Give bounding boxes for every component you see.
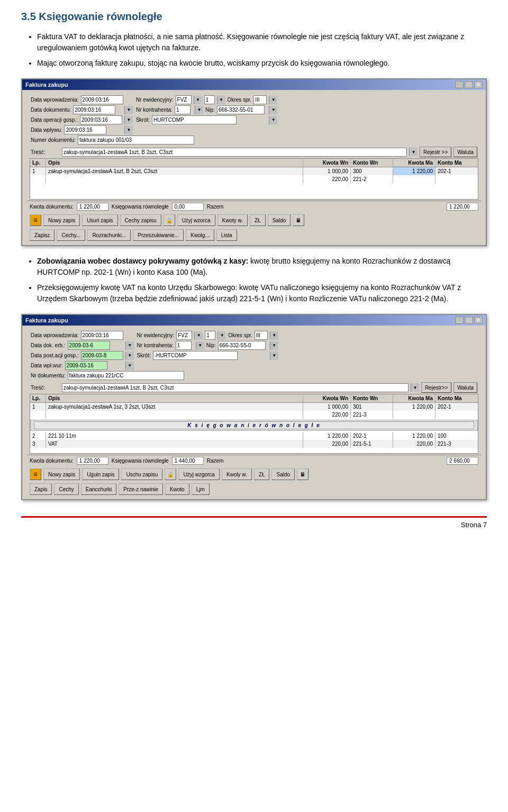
w2-ljm-btn[interactable]: Ljm	[192, 483, 210, 495]
lista-btn[interactable]: Lista	[216, 229, 237, 241]
w2-waluta-button[interactable]: Waluta	[453, 382, 477, 393]
w2-uzyz-wzorca-btn[interactable]: Użyj wzgorca	[178, 468, 219, 480]
nr-ewid-num-dropdown[interactable]: ▼	[217, 96, 225, 104]
rozrachunki-btn[interactable]: Rozrachunki...	[87, 229, 131, 241]
w2-rejestr-button[interactable]: Rejestr>>	[421, 382, 451, 393]
tresc-dropdown[interactable]: ▼	[409, 148, 418, 156]
nip-dropdown[interactable]: ▼	[269, 106, 277, 114]
saldo-btn[interactable]: Saldo	[268, 214, 291, 226]
w2-zl-btn[interactable]: ZŁ	[254, 468, 270, 480]
data-dokumentu-input[interactable]	[73, 105, 115, 114]
data-wplywu-input[interactable]	[64, 125, 106, 134]
nr-ewid-arrow-input[interactable]	[204, 95, 215, 104]
nr-kontrahenta-label: Nr kontrahenta:	[136, 107, 173, 113]
calc-btn[interactable]: 🖩	[293, 214, 304, 226]
w2-saldo-btn[interactable]: Saldo	[271, 468, 295, 480]
nr-ewid-prefix-input[interactable]	[176, 95, 192, 104]
rejestr-button[interactable]: Rejestr >>	[420, 147, 451, 157]
zapisz-btn[interactable]: Zapisz	[30, 229, 55, 241]
minimize-btn[interactable]: _	[455, 81, 464, 88]
td-opis	[46, 175, 303, 183]
w2-kwoty-w-btn[interactable]: Kwoly w.	[222, 468, 252, 480]
w2-td-konto-ma-2	[436, 411, 478, 419]
w2-nr-ewid-num-dropdown[interactable]: ▼	[217, 331, 226, 340]
w2-nowy-zapis-btn[interactable]: Nowy zapis	[43, 468, 80, 480]
nowy-zapis-btn[interactable]: Nowy zapis	[43, 214, 80, 226]
w2-nr-ewid-input[interactable]	[176, 331, 192, 340]
table-spacer	[30, 183, 478, 199]
okres-dropdown[interactable]: ▼	[269, 96, 277, 104]
w2-data-wplywu-label: Data wpł.wur:	[31, 363, 63, 368]
w2-nr-ewid-dropdown[interactable]: ▼	[194, 331, 203, 340]
skrot-input[interactable]	[152, 115, 237, 124]
close-btn-2[interactable]: ✕	[474, 317, 483, 324]
cechy-btn[interactable]: Cechy...	[57, 229, 85, 241]
w2-lock-btn[interactable]: 🔒	[165, 468, 176, 480]
w2-eancchurki-btn[interactable]: Eancchurki	[81, 483, 116, 495]
w2-data-wplywu-input[interactable]	[65, 361, 107, 370]
w2-skrot-label: Skrót:	[137, 353, 151, 358]
w2-prze-z-nawinie-btn[interactable]: Prze-z nawinie	[119, 483, 163, 495]
w2-okres-dropdown[interactable]: ▼	[270, 331, 278, 340]
w2-cechy-btn[interactable]: Cechy	[54, 483, 78, 495]
w2-uschu-zapisu-btn[interactable]: Uschu zapisu	[121, 468, 162, 480]
w2-ksieg-status-label: Księgowania równoległe	[112, 458, 169, 464]
cechy-zapisu-btn[interactable]: Cechy zapisu	[120, 214, 161, 226]
nr-ewid-dropdown[interactable]: ▼	[194, 96, 202, 104]
data-operacji-dropdown[interactable]: ▼	[124, 116, 133, 124]
zl-btn[interactable]: ZŁ	[250, 214, 266, 226]
w2-skrot-dropdown[interactable]: ▼	[270, 351, 278, 360]
skrot-dropdown[interactable]: ▼	[269, 116, 277, 124]
w2-kwoto-btn[interactable]: Kwoto	[165, 483, 189, 495]
numer-dok-input[interactable]	[78, 136, 194, 145]
w2-numer-dok-input[interactable]	[68, 371, 184, 380]
data-wprowadzenia-label: Data wprowadzenia:	[31, 97, 79, 103]
w2-nr-ewid-num-input[interactable]	[205, 331, 215, 340]
w2-uguin-zapis-btn[interactable]: Uguin zapis	[82, 468, 119, 480]
usun-zapis-btn[interactable]: Usuń zapis	[82, 214, 117, 226]
data-wprowadzenia-input[interactable]	[81, 95, 123, 104]
w2-razem-value: 1 440,00	[172, 457, 204, 465]
td-konto-ma	[436, 175, 478, 183]
nr-kontrahenta-input[interactable]	[175, 105, 190, 114]
w2-data-wplywu-dropdown[interactable]: ▼	[125, 362, 134, 370]
w2-icon-btn-1[interactable]: ≡	[30, 468, 41, 480]
lock-btn[interactable]: 🔒	[164, 214, 175, 226]
th-kwota-wn: Kwota Wn	[303, 159, 351, 167]
td-konto-wn: 221-2	[351, 175, 393, 183]
przeszukiwanie-btn[interactable]: Przeszukiwanie...	[133, 229, 184, 241]
tresc-input[interactable]	[62, 148, 407, 157]
w2-skrot-input[interactable]	[153, 351, 238, 360]
data-wplywu-dropdown[interactable]: ▼	[124, 126, 133, 134]
w2-data-operacji-dropdown[interactable]: ▼	[125, 351, 134, 360]
waluta-button[interactable]: Waluta	[453, 147, 477, 157]
w2-nip-dropdown[interactable]: ▼	[270, 341, 278, 350]
close-btn[interactable]: ✕	[474, 81, 483, 88]
data-dokumentu-dropdown[interactable]: ▼	[124, 106, 133, 114]
data-operacji-input[interactable]	[80, 115, 122, 124]
kwoty-w-btn[interactable]: Kwoty w.	[217, 214, 248, 226]
okres-input[interactable]	[253, 95, 267, 104]
w2-zapis-btn[interactable]: Zapis	[30, 483, 52, 495]
maximize-btn[interactable]: □	[465, 81, 473, 88]
w2-data-dokumentu-input[interactable]	[68, 341, 110, 350]
w2-data-wprowadzenia-input[interactable]	[81, 331, 123, 340]
w2-nr-kontrahenta-dropdown[interactable]: ▼	[196, 341, 204, 350]
nr-kontrahenta-dropdown[interactable]: ▼	[195, 106, 203, 114]
minimize-btn-2[interactable]: _	[455, 317, 464, 324]
w2-tresc-input[interactable]	[62, 383, 409, 392]
w2-data-operacji-input[interactable]	[81, 351, 123, 360]
maximize-btn-2[interactable]: □	[465, 317, 473, 324]
icon-btn-1[interactable]: ≡	[30, 214, 41, 226]
window-2-status: Kwota dokumentu: 1 220,00 Księgowania ró…	[26, 455, 482, 466]
nip-input[interactable]	[217, 105, 265, 114]
w2-data-dokumentu-dropdown[interactable]: ▼	[125, 341, 134, 350]
kwolg-btn[interactable]: Kwolg...	[186, 229, 214, 241]
w2-nr-kontrahenta-input[interactable]	[176, 341, 192, 350]
w2-okres-input[interactable]	[255, 331, 268, 340]
w2-tresc-dropdown[interactable]: ▼	[411, 383, 419, 392]
w2-calc-btn[interactable]: 🖩	[297, 468, 309, 480]
uzyz-wzorca-btn[interactable]: Użyj wzorca	[177, 214, 215, 226]
window-1-titlebar: Faktura zakupu _ □ ✕	[22, 79, 486, 90]
w2-nip-input[interactable]	[218, 341, 266, 350]
